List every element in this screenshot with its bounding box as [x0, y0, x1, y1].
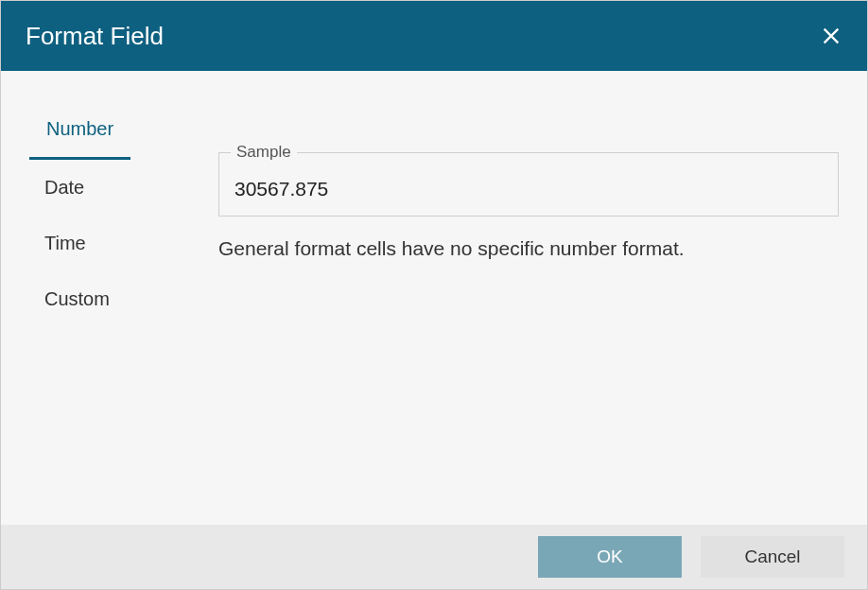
tab-custom[interactable]: Custom — [29, 271, 181, 327]
tabs-sidebar: Number Date Time Custom — [29, 105, 181, 506]
ok-button[interactable]: OK — [538, 536, 682, 578]
sample-legend: Sample — [231, 143, 297, 162]
sample-value: 30567.875 — [234, 178, 823, 200]
tab-number[interactable]: Number — [29, 105, 130, 160]
titlebar: Format Field — [1, 1, 867, 71]
main-panel: Sample 30567.875 General format cells ha… — [218, 105, 839, 506]
dialog-footer: OK Cancel — [1, 525, 867, 589]
cancel-button[interactable]: Cancel — [701, 536, 844, 578]
dialog-content: Number Date Time Custom Sample 30567.875… — [1, 71, 867, 525]
dialog-title: Format Field — [26, 22, 164, 51]
tab-date[interactable]: Date — [29, 160, 181, 216]
format-description: General format cells have no specific nu… — [218, 237, 839, 260]
tab-time[interactable]: Time — [29, 216, 181, 271]
close-icon[interactable] — [820, 25, 842, 47]
sample-fieldset: Sample 30567.875 — [218, 152, 839, 217]
format-field-dialog: Format Field Number Date Time Custom Sam… — [0, 0, 868, 590]
